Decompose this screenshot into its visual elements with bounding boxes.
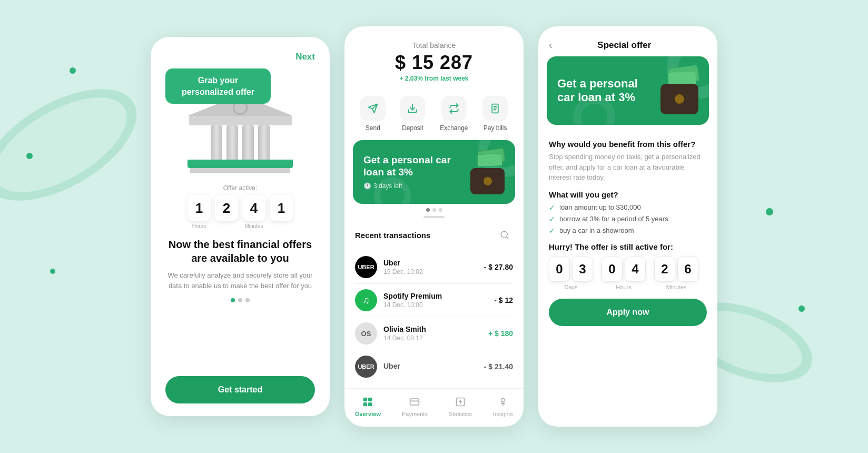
action-exchange[interactable]: Exchange [440,96,468,132]
offer-bubble: Grab your personalized offer [165,68,271,104]
benefit-description: Stop spending money on taxis, get a pers… [549,152,707,183]
benefit-question: Why would you benefit from this offer? [549,140,707,149]
trans-amount: + $ 180 [488,329,513,338]
timer-unit-hours: Hours [188,223,211,229]
bank-column [211,125,222,160]
trans-title: Recent transactions [355,231,430,240]
svg-point-0 [0,66,153,224]
bank-column [258,125,270,160]
countdown-days: 0 3 Days [549,257,593,290]
apply-now-button[interactable]: Apply now [549,299,707,326]
action-send[interactable]: Send [360,96,386,132]
nav-statistics[interactable]: Statistics [449,395,472,417]
action-paybills[interactable]: Pay bills [482,96,508,132]
benefit-text-3: buy a car in a showroom [559,226,634,234]
trans-name: Uber [383,362,484,370]
hours-unit: Hours [616,284,631,290]
minutes-unit: Minutes [666,284,687,290]
bank-column [242,125,254,160]
balance-label: Total balance [357,41,511,50]
benefit-text-2: borrow at 3% for a period of 5 years [559,215,668,223]
nav-payments-label: Payments [402,411,428,417]
nav-overview-label: Overview [355,411,381,417]
timer-units: Hours Minutes [188,223,293,229]
check-icon-1: ✓ [549,203,555,212]
action-exchange-label: Exchange [440,124,468,132]
trans-info-uber-2: Uber [383,362,484,371]
phone3: ‹ Special offer Get a personal car loan … [538,26,717,427]
nav-overview[interactable]: Overview [355,395,381,417]
svg-rect-17 [368,402,372,406]
uber-avatar-2: UBER [355,356,377,378]
action-paybills-label: Pay bills [484,124,507,132]
back-button[interactable]: ‹ [549,39,553,51]
trans-name: Spotify Premium [383,292,494,300]
days-unit: Days [564,284,577,290]
trans-date: 14 Dec, 08:12 [383,334,488,342]
dots-indicator [165,298,315,302]
nav-insights[interactable]: Insights [493,395,513,417]
scroll-indicator [423,216,445,218]
timer-boxes: 1 2 4 1 [188,195,293,221]
promo-banner[interactable]: Get a personal car loan at 3% 🕐 3 days l… [353,140,515,204]
olivia-avatar: OS [355,322,377,344]
uber-avatar-1: UBER [355,256,377,278]
balance-header: Total balance $ 15 287 + 2.03% from last… [344,26,524,87]
transaction-olivia: OS Olivia Smith 14 Dec, 08:12 + $ 180 [355,317,513,350]
next-button[interactable]: Next [295,52,315,62]
hours-digit-1: 0 [601,257,623,282]
hurry-label: Hurry! The offer is still active for: [549,242,707,251]
insights-icon [496,395,510,409]
promo-wallet [460,150,505,194]
phone1-subtext: We carefully analyze and securely store … [165,270,315,291]
phone1: Next Grab your personalized offer Offer … [151,37,330,416]
promo-days-left: 3 days left [373,182,402,190]
overview-icon [361,395,374,409]
send-icon [360,96,386,121]
check-icon-3: ✓ [549,226,555,235]
phone1-headline: Now the best financial offers are availa… [165,238,315,265]
offer-timer: Offer active: 1 2 4 1 Hours Minutes [188,184,293,229]
bank-pediment [189,116,292,125]
promo-text: Get a personal car loan at 3% 🕐 3 days l… [363,154,460,190]
nav-payments[interactable]: Payments [402,395,428,417]
timer-digit-2: 2 [215,195,238,221]
banner-dot-1 [426,208,430,212]
trans-info-spotify: Spotify Premium 14 Dec, 10:00 [383,292,494,309]
transaction-uber-2: UBER Uber - $ 21.40 [355,350,513,383]
bank-columns [205,125,275,160]
phone3-title: Special offer [557,40,692,51]
transactions-section: Recent transactions UBER Uber 15 Dec, 10… [344,222,524,386]
phone1-top: Next Grab your personalized offer Offer … [151,37,330,229]
phone2: Total balance $ 15 287 + 2.03% from last… [344,26,524,427]
action-deposit-label: Deposit [402,124,423,132]
timer-digit-1: 1 [188,195,211,221]
svg-point-22 [501,398,505,402]
dot-1 [231,298,235,302]
phone3-promo-wallet [646,67,698,114]
timer-unit-minutes: Minutes [242,223,265,229]
action-deposit[interactable]: Deposit [400,96,425,132]
benefit-item-1: ✓ loan amount up to $30,000 [549,203,707,212]
bank-column [226,125,238,160]
phone3-promo-banner: Get a personal car loan at 3% [547,56,709,125]
hours-digit-2: 4 [625,257,646,282]
trans-name: Uber [383,259,484,267]
svg-line-13 [506,237,508,238]
svg-rect-14 [363,398,367,401]
svg-point-1 [0,78,142,212]
svg-rect-15 [368,398,372,401]
trans-date: 14 Dec, 10:00 [383,301,494,309]
bank-steps [190,168,290,173]
bottom-nav: Overview Payments Statistics [344,388,524,427]
trans-date: 15 Dec, 10:02 [383,268,484,275]
spotify-avatar: ♫ [355,289,377,311]
svg-rect-18 [410,399,419,405]
phone1-body: Now the best financial offers are availa… [151,229,330,376]
countdown-hours: 0 4 Hours [601,257,646,290]
timer-label: Offer active: [188,184,293,192]
promo-meta: 🕐 3 days left [363,182,460,190]
search-button[interactable] [496,226,513,243]
get-started-button[interactable]: Get started [165,376,315,403]
banner-dots [344,208,524,212]
